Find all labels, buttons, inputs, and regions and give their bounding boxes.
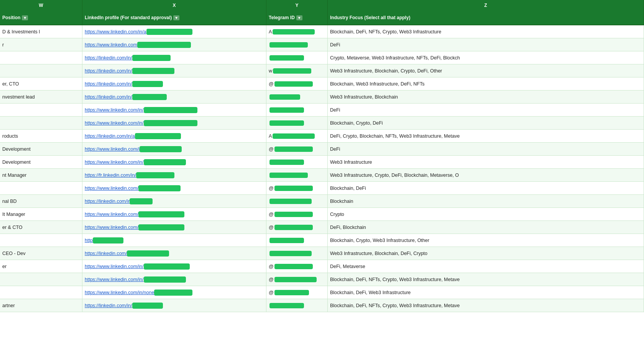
telegram-prefix: w <box>269 68 272 74</box>
linkedin-url-prefix[interactable]: https://www.linkedin.com/i <box>85 146 140 152</box>
cell-position: nt Manager <box>0 169 82 181</box>
cell-telegram <box>266 195 328 207</box>
cell-linkedin: https://www.linkedin.com/in/ <box>82 117 266 129</box>
telegram-prefix: @ <box>269 225 274 230</box>
telegram-redacted <box>269 199 312 204</box>
cell-telegram: @ <box>266 221 328 234</box>
cell-industry: Blockchain, DeFi, NFTs, Crypto, Web3 Inf… <box>328 25 644 38</box>
linkedin-url-prefix[interactable]: https://www.linkedin.com <box>85 42 137 48</box>
linkedin-url-redacted <box>144 107 197 113</box>
linkedin-url-prefix[interactable]: https://www.linkedin.com/ <box>85 225 138 230</box>
telegram-redacted <box>269 42 308 48</box>
linkedin-url-prefix[interactable]: https://www.linkedin.com/ <box>85 212 138 217</box>
header-position[interactable]: Position ▼ <box>0 11 82 25</box>
table-row: nal BDhttps://linkedin.com/irBlockchain <box>0 195 644 208</box>
cell-telegram <box>266 156 328 168</box>
linkedin-url-prefix[interactable]: https://linkedin.com/in/a <box>85 133 135 139</box>
linkedin-url-prefix[interactable]: https://www.linkedin.com/in/ <box>85 264 144 269</box>
telegram-redacted <box>274 225 313 230</box>
col-letter-x: X <box>82 0 266 11</box>
cell-position <box>0 51 82 64</box>
linkedin-url-prefix[interactable]: https://www.linkedin.com/in/a <box>85 29 146 35</box>
cell-linkedin: https://linkedin.com/in/ <box>82 64 266 77</box>
header-telegram[interactable]: Telegram ID ▼ <box>266 11 328 25</box>
cell-industry: Web3 Infrastructure, Blockchain <box>328 90 644 103</box>
telegram-dropdown[interactable]: ▼ <box>296 15 302 20</box>
telegram-prefix: @ <box>269 290 274 295</box>
cell-industry: Blockchain <box>328 195 644 207</box>
linkedin-url-prefix[interactable]: http <box>85 238 93 243</box>
table-row: erhttps://www.linkedin.com/in/@DeFi, Met… <box>0 260 644 273</box>
cell-linkedin: https://linkedin.com/in/ <box>82 299 266 312</box>
telegram-redacted <box>269 238 304 243</box>
cell-linkedin: https://www.linkedin.com/in/ <box>82 156 266 168</box>
telegram-prefix: @ <box>269 81 274 87</box>
linkedin-url-redacted <box>138 224 184 230</box>
table-row: CEO - Devhttps://linkedin.com/Web3 Infra… <box>0 247 644 260</box>
linkedin-url-prefix[interactable]: https://linkedin.com/in/ <box>85 303 132 308</box>
linkedin-url-prefix[interactable]: https://linkedin.com/in/ <box>85 55 132 61</box>
col-letter-z: Z <box>328 0 644 11</box>
table-row: rhttps://www.linkedin.comDeFi <box>0 38 644 51</box>
cell-telegram <box>266 234 328 247</box>
linkedin-url-redacted <box>127 250 169 257</box>
telegram-redacted <box>269 107 304 113</box>
telegram-prefix: @ <box>269 277 274 282</box>
cell-position: artner <box>0 299 82 312</box>
linkedin-url-prefix[interactable]: https://linkedin.com/in/ <box>85 81 132 87</box>
linkedin-url-prefix[interactable]: https://www.linkedin.com/in/ <box>85 120 144 126</box>
table-row: Developmenthttps://www.linkedin.com/i@De… <box>0 143 644 156</box>
table-row: https://www.linkedin.com/@Blockchain, De… <box>0 182 644 195</box>
linkedin-url-prefix[interactable]: https://www.linkedin.com/in/ <box>85 277 144 282</box>
linkedin-url-redacted <box>132 55 171 61</box>
table-row: roductshttps://linkedin.com/in/aADeFi, C… <box>0 130 644 143</box>
telegram-prefix: A <box>269 29 272 35</box>
cell-position <box>0 104 82 116</box>
table-row: nvestment leadhttps://linkedin.com/in/We… <box>0 90 644 104</box>
cell-telegram <box>266 117 328 129</box>
cell-linkedin: https://www.linkedin.com/ <box>82 208 266 220</box>
linkedin-url-prefix[interactable]: https://fr.linkedin.com/in/ <box>85 173 136 178</box>
telegram-prefix: @ <box>269 264 274 269</box>
header-linkedin[interactable]: LinkedIn profile (For standard approval)… <box>82 11 266 25</box>
spreadsheet: W X Y Z Position ▼ LinkedIn profile (For… <box>0 0 644 362</box>
field-headers: Position ▼ LinkedIn profile (For standar… <box>0 11 644 25</box>
linkedin-url-prefix[interactable]: https://linkedin.com/ir <box>85 199 130 204</box>
table-row: It Managerhttps://www.linkedin.com/@Cryp… <box>0 208 644 221</box>
cell-telegram: @ <box>266 182 328 194</box>
linkedin-url-prefix[interactable]: https://www.linkedin.com/ <box>85 186 138 191</box>
linkedin-url-prefix[interactable]: https://linkedin.com/ <box>85 251 127 256</box>
cell-telegram: w <box>266 64 328 77</box>
telegram-redacted <box>269 120 304 126</box>
cell-industry: Web3 Infrastructure, Blockchain, Crypto,… <box>328 64 644 77</box>
cell-position <box>0 273 82 286</box>
linkedin-url-redacted <box>136 172 174 178</box>
linkedin-dropdown[interactable]: ▼ <box>173 15 179 20</box>
cell-position <box>0 234 82 247</box>
table-row: https://www.linkedin.com/in/DeFi <box>0 104 644 117</box>
cell-industry: Web3 Infrastructure, Blockchain, DeFi, C… <box>328 247 644 260</box>
cell-position: roducts <box>0 130 82 142</box>
cell-position: Development <box>0 156 82 168</box>
cell-industry: Blockchain, Crypto, Web3 Infrastructure,… <box>328 234 644 247</box>
linkedin-url-prefix[interactable]: https://linkedin.com/in/ <box>85 68 132 74</box>
column-letter-headers: W X Y Z <box>0 0 644 11</box>
cell-position: r <box>0 38 82 51</box>
linkedin-url-prefix[interactable]: https://www.linkedin.com/in/none <box>85 290 154 295</box>
telegram-prefix: A <box>269 133 272 139</box>
linkedin-url-redacted <box>144 276 186 283</box>
linkedin-url-redacted <box>146 29 192 35</box>
linkedin-url-prefix[interactable]: https://linkedin.com/in/ <box>85 94 132 100</box>
cell-telegram: @ <box>266 286 328 299</box>
table-row: https://www.linkedin.com/in/Blockchain, … <box>0 117 644 130</box>
linkedin-url-prefix[interactable]: https://www.linkedin.com/in/ <box>85 160 144 165</box>
linkedin-url-redacted <box>135 133 181 139</box>
col-letter-w: W <box>0 0 82 11</box>
cell-position: er <box>0 260 82 273</box>
table-row: https://linkedin.com/in/wWeb3 Infrastruc… <box>0 64 644 77</box>
linkedin-url-redacted <box>144 263 190 270</box>
cell-position: It Manager <box>0 208 82 220</box>
linkedin-url-prefix[interactable]: https://www.linkedin.com/in/ <box>85 107 144 113</box>
linkedin-url-redacted <box>137 42 191 48</box>
position-dropdown[interactable]: ▼ <box>22 15 28 20</box>
